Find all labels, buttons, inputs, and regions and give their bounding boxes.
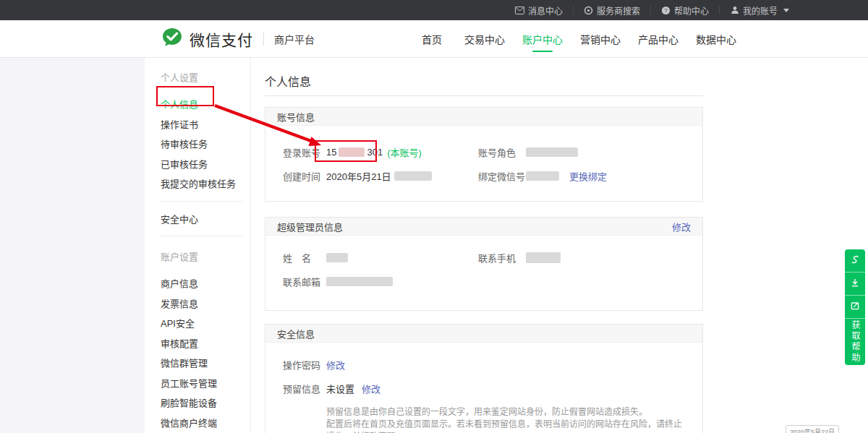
login-account-redacted bbox=[339, 147, 365, 157]
security-info-section-title: 安全信息 bbox=[277, 327, 315, 340]
nav-home[interactable]: 首页 bbox=[422, 20, 442, 58]
title-divider bbox=[265, 95, 703, 96]
sidebar-item-wechat-group-management[interactable]: 微信群管理 bbox=[145, 353, 250, 373]
date-tooltip: 2020年5月22日 bbox=[786, 425, 839, 433]
admin-email-label: 联系邮箱 bbox=[283, 270, 320, 293]
download-icon bbox=[850, 278, 860, 291]
portal-name: 商户平台 bbox=[274, 32, 315, 46]
floating-help-panel: 获取帮助 bbox=[845, 249, 865, 365]
nav-account-center[interactable]: 账户中心 bbox=[522, 20, 563, 58]
service-provider-search-link[interactable]: 服务商搜索 bbox=[574, 0, 650, 20]
main-content: 个人信息 账号信息 登录账号 15 301 (本账号) 账号角色 bbox=[251, 58, 868, 433]
get-help-button[interactable]: 获取帮助 bbox=[845, 319, 865, 365]
hotline-button[interactable] bbox=[845, 249, 865, 273]
question-icon: ? bbox=[661, 6, 671, 15]
edit-icon bbox=[850, 301, 860, 314]
nav-data-center[interactable]: 数据中心 bbox=[696, 20, 736, 58]
service-provider-search-label: 服务商搜索 bbox=[597, 4, 640, 17]
super-admin-modify-link[interactable]: 修改 bbox=[672, 220, 691, 233]
bound-wechat-redacted bbox=[526, 171, 559, 181]
reserved-info-value: 未设置 修改 bbox=[326, 377, 380, 400]
sidebar-group-personal-settings: 个人设置 bbox=[145, 58, 250, 88]
reserved-info-status: 未设置 bbox=[326, 382, 354, 395]
feedback-button[interactable] bbox=[845, 296, 865, 319]
create-time-label: 创建时间 bbox=[283, 164, 320, 188]
admin-phone-redacted bbox=[526, 252, 561, 263]
account-role-label: 账号角色 bbox=[478, 140, 516, 164]
nav-product-center[interactable]: 产品中心 bbox=[638, 20, 678, 58]
sidebar-divider bbox=[161, 201, 243, 202]
main-nav: 首页 交易中心 账户中心 营销中心 产品中心 数据中心 bbox=[422, 20, 754, 58]
reserved-info-desc-line2: 配置后将在首页及充值页面显示。若未看到预留信息，表明当前访问的网站存在风险，请终… bbox=[326, 419, 688, 433]
nav-transaction-center[interactable]: 交易中心 bbox=[464, 20, 505, 58]
sidebar-item-invoice-info[interactable]: 发票信息 bbox=[145, 293, 250, 314]
reserved-info-desc-line1: 预留信息是由你自己设置的一段文字，用来鉴定网站身份，防止假冒网站造成损失。 bbox=[326, 406, 688, 419]
sidebar: 个人设置 个人信息 操作证书 待审核任务 已审核任务 我提交的审核任务 安全中心… bbox=[145, 58, 251, 433]
brand-separator bbox=[263, 33, 264, 46]
hotline-icon bbox=[850, 254, 860, 267]
account-role-redacted bbox=[526, 147, 578, 157]
person-icon bbox=[730, 6, 739, 15]
brand-name: 微信支付 bbox=[190, 28, 253, 50]
reserved-info-label: 预留信息 bbox=[283, 377, 320, 400]
account-info-section: 账号信息 登录账号 15 301 (本账号) 账号角色 bbox=[265, 107, 703, 202]
login-account-value: 15 301 (本账号) bbox=[326, 140, 422, 164]
reserved-info-modify-link[interactable]: 修改 bbox=[362, 382, 380, 395]
create-time-redacted bbox=[394, 171, 432, 181]
sidebar-item-reviewed-tasks[interactable]: 已审核任务 bbox=[145, 154, 250, 174]
page: 消息中心 服务商搜索 ? 帮助中心 我的账号 bbox=[0, 0, 868, 433]
download-button[interactable] bbox=[845, 273, 865, 296]
nav-marketing-center[interactable]: 营销中心 bbox=[580, 20, 621, 58]
op-password-modify-link[interactable]: 修改 bbox=[326, 358, 345, 372]
brand[interactable]: 微信支付 商户平台 bbox=[161, 20, 315, 58]
admin-name-label: 姓 名 bbox=[283, 246, 311, 270]
mail-icon bbox=[515, 6, 524, 15]
sidebar-item-review-config[interactable]: 审核配置 bbox=[145, 333, 250, 353]
svg-text:?: ? bbox=[664, 7, 668, 14]
topbar-items: 消息中心 服务商搜索 ? 帮助中心 我的账号 bbox=[505, 0, 799, 20]
admin-phone-value bbox=[526, 246, 561, 270]
help-center-link[interactable]: ? 帮助中心 bbox=[651, 0, 719, 20]
topbar: 消息中心 服务商搜索 ? 帮助中心 我的账号 bbox=[0, 0, 868, 20]
wechat-pay-logo-icon bbox=[161, 26, 184, 52]
sidebar-item-face-smart-device[interactable]: 刷脸智能设备 bbox=[145, 393, 250, 413]
caret-down-icon bbox=[783, 9, 789, 12]
sidebar-item-pending-review-tasks[interactable]: 待审核任务 bbox=[145, 134, 250, 154]
this-account-note: (本账号) bbox=[387, 145, 422, 159]
admin-email-redacted bbox=[326, 277, 393, 286]
bound-wechat-value: 更换绑定 bbox=[526, 164, 607, 188]
admin-phone-label: 联系手机 bbox=[478, 246, 516, 270]
bound-wechat-label: 绑定微信号 bbox=[478, 164, 525, 188]
sidebar-group-account-settings: 账户设置 bbox=[145, 244, 250, 267]
active-nav-underline bbox=[532, 51, 553, 52]
sidebar-item-staff-account-management[interactable]: 员工账号管理 bbox=[145, 373, 250, 393]
admin-email-value bbox=[326, 270, 393, 293]
sidebar-divider bbox=[161, 236, 243, 236]
message-center-link[interactable]: 消息中心 bbox=[505, 0, 573, 20]
header: 微信支付 商户平台 首页 交易中心 账户中心 营销中心 产品中心 数据中心 bbox=[0, 20, 868, 58]
sidebar-item-api-security[interactable]: API安全 bbox=[145, 313, 250, 333]
super-admin-section: 超级管理员信息 修改 姓 名 联系手机 联系邮箱 bbox=[265, 217, 703, 311]
my-account-label: 我的账号 bbox=[743, 4, 778, 17]
create-time-value: 2020年5月21日 bbox=[326, 164, 432, 188]
admin-name-value bbox=[326, 246, 348, 270]
security-info-section: 安全信息 操作密码 修改 预留信息 未设置 修改 预留信息是由你自己 bbox=[265, 324, 703, 433]
sidebar-item-wechat-merchant-terminal[interactable]: 微信商户终端 bbox=[145, 413, 250, 433]
sidebar-item-security-center[interactable]: 安全中心 bbox=[145, 209, 250, 229]
get-help-label: 获取帮助 bbox=[845, 320, 865, 364]
admin-name-redacted bbox=[326, 253, 348, 262]
left-gutter bbox=[0, 58, 145, 433]
account-role-value bbox=[526, 140, 578, 164]
reserved-info-description: 预留信息是由你自己设置的一段文字，用来鉴定网站身份，防止假冒网站造成损失。 配置… bbox=[326, 406, 688, 433]
help-center-label: 帮助中心 bbox=[674, 4, 709, 17]
op-password-label: 操作密码 bbox=[283, 353, 320, 377]
my-account-menu[interactable]: 我的账号 bbox=[720, 0, 799, 20]
page-title: 个人信息 bbox=[265, 72, 311, 90]
sidebar-item-personal-info[interactable]: 个人信息 bbox=[145, 94, 250, 114]
message-center-label: 消息中心 bbox=[528, 4, 563, 17]
sidebar-item-my-submitted-review-tasks[interactable]: 我提交的审核任务 bbox=[145, 173, 250, 194]
account-info-section-title: 账号信息 bbox=[277, 110, 315, 124]
sidebar-item-operation-certificate[interactable]: 操作证书 bbox=[145, 114, 250, 134]
sidebar-item-merchant-info[interactable]: 商户信息 bbox=[145, 273, 250, 293]
change-binding-link[interactable]: 更换绑定 bbox=[569, 169, 607, 183]
